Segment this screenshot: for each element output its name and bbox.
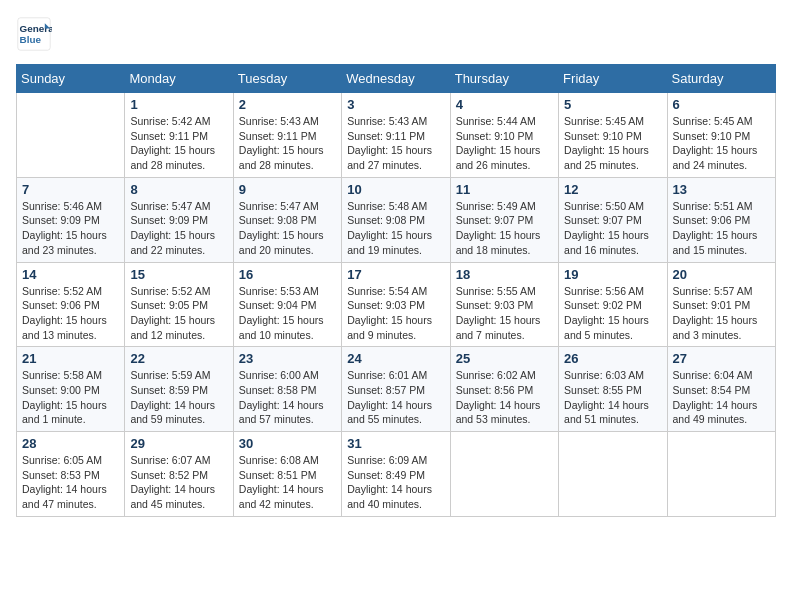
- week-row-5: 28Sunrise: 6:05 AM Sunset: 8:53 PM Dayli…: [17, 432, 776, 517]
- day-number: 7: [22, 182, 119, 197]
- day-cell: 25Sunrise: 6:02 AM Sunset: 8:56 PM Dayli…: [450, 347, 558, 432]
- day-cell: 14Sunrise: 5:52 AM Sunset: 9:06 PM Dayli…: [17, 262, 125, 347]
- day-cell: 4Sunrise: 5:44 AM Sunset: 9:10 PM Daylig…: [450, 93, 558, 178]
- day-info: Sunrise: 5:43 AM Sunset: 9:11 PM Dayligh…: [347, 114, 444, 173]
- day-cell: [450, 432, 558, 517]
- col-header-tuesday: Tuesday: [233, 65, 341, 93]
- day-number: 27: [673, 351, 770, 366]
- week-row-4: 21Sunrise: 5:58 AM Sunset: 9:00 PM Dayli…: [17, 347, 776, 432]
- day-cell: [559, 432, 667, 517]
- col-header-sunday: Sunday: [17, 65, 125, 93]
- day-cell: 13Sunrise: 5:51 AM Sunset: 9:06 PM Dayli…: [667, 177, 775, 262]
- svg-text:General: General: [20, 23, 52, 34]
- day-number: 15: [130, 267, 227, 282]
- day-number: 24: [347, 351, 444, 366]
- day-cell: 7Sunrise: 5:46 AM Sunset: 9:09 PM Daylig…: [17, 177, 125, 262]
- day-number: 21: [22, 351, 119, 366]
- day-number: 28: [22, 436, 119, 451]
- day-number: 19: [564, 267, 661, 282]
- day-info: Sunrise: 5:48 AM Sunset: 9:08 PM Dayligh…: [347, 199, 444, 258]
- day-number: 25: [456, 351, 553, 366]
- day-info: Sunrise: 5:56 AM Sunset: 9:02 PM Dayligh…: [564, 284, 661, 343]
- day-info: Sunrise: 5:54 AM Sunset: 9:03 PM Dayligh…: [347, 284, 444, 343]
- col-header-wednesday: Wednesday: [342, 65, 450, 93]
- day-info: Sunrise: 5:53 AM Sunset: 9:04 PM Dayligh…: [239, 284, 336, 343]
- day-info: Sunrise: 5:46 AM Sunset: 9:09 PM Dayligh…: [22, 199, 119, 258]
- day-info: Sunrise: 6:08 AM Sunset: 8:51 PM Dayligh…: [239, 453, 336, 512]
- day-info: Sunrise: 5:51 AM Sunset: 9:06 PM Dayligh…: [673, 199, 770, 258]
- calendar-table: SundayMondayTuesdayWednesdayThursdayFrid…: [16, 64, 776, 517]
- day-cell: 24Sunrise: 6:01 AM Sunset: 8:57 PM Dayli…: [342, 347, 450, 432]
- day-info: Sunrise: 5:55 AM Sunset: 9:03 PM Dayligh…: [456, 284, 553, 343]
- day-cell: 5Sunrise: 5:45 AM Sunset: 9:10 PM Daylig…: [559, 93, 667, 178]
- day-number: 12: [564, 182, 661, 197]
- col-header-saturday: Saturday: [667, 65, 775, 93]
- day-cell: 28Sunrise: 6:05 AM Sunset: 8:53 PM Dayli…: [17, 432, 125, 517]
- day-info: Sunrise: 5:47 AM Sunset: 9:08 PM Dayligh…: [239, 199, 336, 258]
- day-number: 5: [564, 97, 661, 112]
- day-cell: 3Sunrise: 5:43 AM Sunset: 9:11 PM Daylig…: [342, 93, 450, 178]
- day-number: 29: [130, 436, 227, 451]
- day-info: Sunrise: 6:03 AM Sunset: 8:55 PM Dayligh…: [564, 368, 661, 427]
- day-number: 2: [239, 97, 336, 112]
- day-info: Sunrise: 5:52 AM Sunset: 9:05 PM Dayligh…: [130, 284, 227, 343]
- svg-text:Blue: Blue: [20, 34, 42, 45]
- day-number: 20: [673, 267, 770, 282]
- day-cell: 21Sunrise: 5:58 AM Sunset: 9:00 PM Dayli…: [17, 347, 125, 432]
- week-row-1: 1Sunrise: 5:42 AM Sunset: 9:11 PM Daylig…: [17, 93, 776, 178]
- day-cell: 16Sunrise: 5:53 AM Sunset: 9:04 PM Dayli…: [233, 262, 341, 347]
- day-info: Sunrise: 5:45 AM Sunset: 9:10 PM Dayligh…: [673, 114, 770, 173]
- day-info: Sunrise: 5:44 AM Sunset: 9:10 PM Dayligh…: [456, 114, 553, 173]
- col-header-friday: Friday: [559, 65, 667, 93]
- col-header-monday: Monday: [125, 65, 233, 93]
- day-info: Sunrise: 5:45 AM Sunset: 9:10 PM Dayligh…: [564, 114, 661, 173]
- day-cell: [667, 432, 775, 517]
- day-info: Sunrise: 6:01 AM Sunset: 8:57 PM Dayligh…: [347, 368, 444, 427]
- day-cell: 1Sunrise: 5:42 AM Sunset: 9:11 PM Daylig…: [125, 93, 233, 178]
- day-number: 23: [239, 351, 336, 366]
- page-header: General Blue: [16, 16, 776, 52]
- day-number: 6: [673, 97, 770, 112]
- day-cell: 2Sunrise: 5:43 AM Sunset: 9:11 PM Daylig…: [233, 93, 341, 178]
- day-number: 14: [22, 267, 119, 282]
- day-cell: 8Sunrise: 5:47 AM Sunset: 9:09 PM Daylig…: [125, 177, 233, 262]
- day-info: Sunrise: 6:05 AM Sunset: 8:53 PM Dayligh…: [22, 453, 119, 512]
- day-cell: 29Sunrise: 6:07 AM Sunset: 8:52 PM Dayli…: [125, 432, 233, 517]
- day-cell: 23Sunrise: 6:00 AM Sunset: 8:58 PM Dayli…: [233, 347, 341, 432]
- day-cell: 6Sunrise: 5:45 AM Sunset: 9:10 PM Daylig…: [667, 93, 775, 178]
- day-cell: [17, 93, 125, 178]
- logo-icon: General Blue: [16, 16, 52, 52]
- day-number: 10: [347, 182, 444, 197]
- day-number: 22: [130, 351, 227, 366]
- day-cell: 30Sunrise: 6:08 AM Sunset: 8:51 PM Dayli…: [233, 432, 341, 517]
- day-cell: 12Sunrise: 5:50 AM Sunset: 9:07 PM Dayli…: [559, 177, 667, 262]
- week-row-3: 14Sunrise: 5:52 AM Sunset: 9:06 PM Dayli…: [17, 262, 776, 347]
- day-number: 17: [347, 267, 444, 282]
- col-header-thursday: Thursday: [450, 65, 558, 93]
- logo: General Blue: [16, 16, 56, 52]
- day-info: Sunrise: 5:52 AM Sunset: 9:06 PM Dayligh…: [22, 284, 119, 343]
- day-info: Sunrise: 5:47 AM Sunset: 9:09 PM Dayligh…: [130, 199, 227, 258]
- day-info: Sunrise: 6:09 AM Sunset: 8:49 PM Dayligh…: [347, 453, 444, 512]
- day-info: Sunrise: 5:50 AM Sunset: 9:07 PM Dayligh…: [564, 199, 661, 258]
- day-info: Sunrise: 6:07 AM Sunset: 8:52 PM Dayligh…: [130, 453, 227, 512]
- day-cell: 17Sunrise: 5:54 AM Sunset: 9:03 PM Dayli…: [342, 262, 450, 347]
- day-number: 4: [456, 97, 553, 112]
- day-number: 1: [130, 97, 227, 112]
- day-cell: 27Sunrise: 6:04 AM Sunset: 8:54 PM Dayli…: [667, 347, 775, 432]
- day-cell: 22Sunrise: 5:59 AM Sunset: 8:59 PM Dayli…: [125, 347, 233, 432]
- day-cell: 19Sunrise: 5:56 AM Sunset: 9:02 PM Dayli…: [559, 262, 667, 347]
- day-info: Sunrise: 5:49 AM Sunset: 9:07 PM Dayligh…: [456, 199, 553, 258]
- day-cell: 31Sunrise: 6:09 AM Sunset: 8:49 PM Dayli…: [342, 432, 450, 517]
- week-row-2: 7Sunrise: 5:46 AM Sunset: 9:09 PM Daylig…: [17, 177, 776, 262]
- day-number: 11: [456, 182, 553, 197]
- day-info: Sunrise: 5:43 AM Sunset: 9:11 PM Dayligh…: [239, 114, 336, 173]
- day-number: 16: [239, 267, 336, 282]
- day-info: Sunrise: 6:04 AM Sunset: 8:54 PM Dayligh…: [673, 368, 770, 427]
- day-number: 30: [239, 436, 336, 451]
- day-number: 18: [456, 267, 553, 282]
- day-cell: 15Sunrise: 5:52 AM Sunset: 9:05 PM Dayli…: [125, 262, 233, 347]
- day-cell: 9Sunrise: 5:47 AM Sunset: 9:08 PM Daylig…: [233, 177, 341, 262]
- day-number: 9: [239, 182, 336, 197]
- day-number: 3: [347, 97, 444, 112]
